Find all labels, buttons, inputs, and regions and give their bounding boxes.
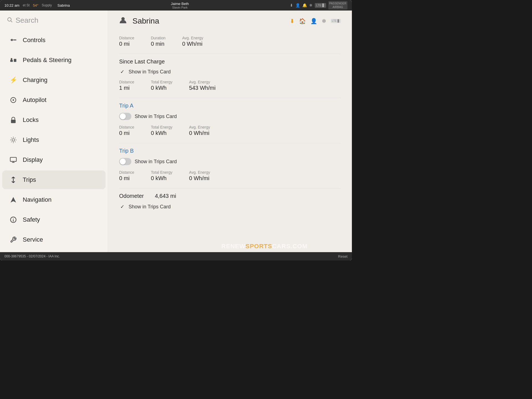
home-icon: 🏠 [299, 18, 306, 24]
since-last-charge-checkmark: ✓ [119, 69, 125, 75]
sidebar-item-safety[interactable]: Safety [2, 210, 106, 229]
slc-avg-energy-label: Avg. Energy [189, 80, 216, 84]
odometer-toggle-label: Show in Trips Card [129, 204, 171, 210]
profile-header: Sabrina ⬇ 🏠 👤 ❄ LTE ▊ [119, 16, 341, 30]
svg-line-15 [11, 138, 12, 138]
svg-rect-5 [14, 59, 16, 62]
sidebar-item-pedals[interactable]: Pedals & Steering [2, 51, 106, 70]
trip-b-distance-value: 0 mi [119, 175, 134, 181]
status-driver-name: Sabrina [57, 3, 70, 7]
svg-point-0 [8, 18, 11, 21]
controls-label: Controls [23, 37, 45, 44]
trip-a-total-energy-stat: Total Energy 0 kWh [151, 125, 172, 136]
since-last-charge-toggle-row[interactable]: ✓ Show in Trips Card [119, 69, 341, 75]
main-content: Search Controls [0, 11, 352, 252]
current-trip-stats: Distance 0 mi Duration 0 min Avg. Energy… [119, 36, 341, 47]
slc-total-energy-label: Total Energy [151, 80, 172, 84]
divider-1 [119, 54, 341, 54]
charging-icon: ⚡ [9, 76, 18, 85]
trip-b-total-energy-value: 0 kWh [151, 175, 172, 181]
person-action-icon: 👤 [310, 18, 317, 24]
trip-b-toggle-row[interactable]: Show in Trips Card [119, 158, 341, 165]
odometer-checkmark: ✓ [119, 204, 125, 210]
sidebar-item-autopilot[interactable]: Autopilot [2, 91, 106, 109]
sidebar-item-display[interactable]: Display [2, 150, 106, 169]
status-supply: Supply [42, 3, 52, 7]
reset-button[interactable]: Reset [338, 254, 347, 259]
snowflake-action-icon: ❄ [322, 18, 326, 24]
slc-distance-label: Distance [119, 80, 134, 84]
lights-label: Lights [23, 136, 39, 144]
bell-icon: 🔔 [302, 3, 307, 7]
lte-badge: LTE ▊ [331, 19, 341, 23]
slc-total-energy-stat: Total Energy 0 kWh [151, 80, 172, 91]
trip-b-avg-energy-stat: Avg. Energy 0 Wh/mi [189, 170, 210, 181]
search-bar[interactable]: Search [0, 13, 108, 28]
service-icon [9, 235, 18, 244]
trip-a-toggle[interactable] [119, 113, 131, 120]
divider-4 [119, 188, 341, 188]
download-icon: ⬇ [290, 18, 295, 24]
sidebar-item-software[interactable]: Software [2, 250, 106, 252]
odometer-toggle-row[interactable]: ✓ Show in Trips Card [119, 204, 341, 210]
profile-actions: ⬇ 🏠 👤 ❄ LTE ▊ [290, 18, 341, 24]
controls-icon [9, 36, 18, 45]
pedals-label: Pedals & Steering [23, 57, 71, 64]
sidebar-item-controls[interactable]: Controls [2, 31, 106, 50]
trip-a-toggle-row[interactable]: Show in Trips Card [119, 113, 341, 120]
status-temperature: 54° [33, 3, 39, 7]
current-avgenergy-value: 0 Wh/mi [182, 41, 203, 47]
current-duration-stat: Duration 0 min [151, 36, 165, 47]
svg-line-18 [11, 142, 12, 142]
locks-icon [9, 116, 18, 124]
navigation-icon [9, 195, 18, 204]
profile-name: Sabrina [132, 17, 159, 25]
trip-a-title: Trip A [119, 103, 341, 109]
svg-point-3 [11, 39, 13, 41]
trip-a-distance-stat: Distance 0 mi [119, 125, 134, 136]
display-label: Display [23, 156, 43, 163]
svg-line-1 [11, 21, 12, 22]
search-icon [7, 17, 13, 24]
trip-b-title: Trip B [119, 148, 341, 154]
divider-3 [119, 143, 341, 143]
slc-avg-energy-stat: Avg. Energy 543 Wh/mi [189, 80, 216, 91]
svg-rect-4 [10, 60, 13, 62]
trip-a-distance-label: Distance [119, 125, 134, 129]
service-label: Service [23, 236, 43, 243]
svg-marker-22 [11, 197, 16, 203]
svg-rect-6 [11, 58, 12, 60]
trip-b-avg-energy-value: 0 Wh/mi [189, 175, 210, 181]
pedals-icon [9, 56, 18, 65]
trip-b-toggle[interactable] [119, 158, 131, 165]
snowflake-icon: ❄ [309, 3, 313, 7]
safety-icon [9, 215, 18, 224]
trip-b-distance-stat: Distance 0 mi [119, 170, 134, 181]
trip-b-avg-energy-label: Avg. Energy [189, 170, 210, 175]
navigation-label: Navigation [23, 196, 52, 203]
sidebar-item-locks[interactable]: Locks [2, 111, 106, 129]
svg-rect-9 [11, 120, 16, 123]
odometer-row: Odometer 4,643 mi [119, 193, 341, 199]
lights-icon [9, 135, 18, 144]
trip-a-stats: Distance 0 mi Total Energy 0 kWh Avg. En… [119, 125, 341, 136]
trips-label: Trips [23, 176, 36, 183]
trips-icon [9, 175, 18, 184]
sidebar-item-charging[interactable]: ⚡ Charging [2, 71, 106, 89]
current-avgenergy-label: Avg. Energy [182, 36, 203, 40]
signal-icon: LTE ▊ [315, 3, 326, 8]
main-screen: 10:22 am et St 54° Supply Sabrina Jaime … [0, 0, 352, 260]
sidebar-item-trips[interactable]: Trips [2, 170, 106, 189]
bluetooth-icon: ⬇ [290, 3, 293, 7]
since-last-charge-toggle-label: Show in Trips Card [129, 69, 171, 75]
display-icon [9, 155, 18, 164]
slc-avg-energy-value: 543 Wh/mi [189, 85, 216, 91]
locks-label: Locks [23, 116, 39, 124]
current-distance-value: 0 mi [119, 41, 134, 47]
passenger-airbag-badge: PASSENGERAIRBAG [328, 1, 348, 9]
sidebar: Search Controls [0, 11, 108, 252]
trip-a-toggle-label: Show in Trips Card [135, 114, 177, 119]
sidebar-item-lights[interactable]: Lights [2, 131, 106, 149]
sidebar-item-navigation[interactable]: Navigation [2, 190, 106, 209]
sidebar-item-service[interactable]: Service [2, 230, 106, 249]
